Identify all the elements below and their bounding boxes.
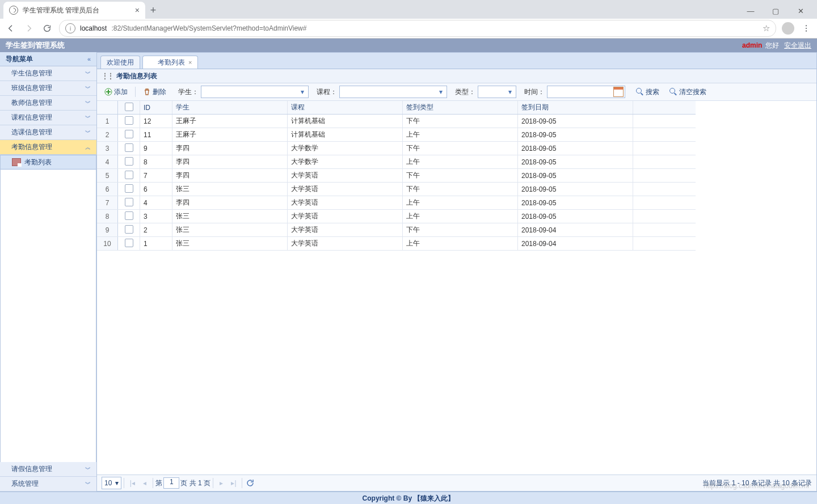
trash-icon — [143, 88, 151, 96]
rownum-cell: 8 — [97, 210, 118, 223]
new-tab-button[interactable]: + — [145, 2, 161, 19]
maximize-button[interactable]: ▢ — [770, 7, 781, 15]
select-all-header[interactable] — [118, 101, 140, 115]
forward-button[interactable] — [23, 22, 35, 35]
course-combo[interactable]: ▾ — [339, 86, 447, 98]
col-date[interactable]: 签到日期 — [518, 101, 633, 115]
checkbox-icon[interactable] — [125, 225, 133, 234]
table-row[interactable]: 101张三大学英语上午2018-09-04 — [97, 237, 696, 251]
table-row[interactable]: 92张三大学英语下午2018-09-04 — [97, 223, 696, 237]
page-input[interactable]: 1 — [163, 477, 179, 489]
table-row[interactable]: 112王麻子计算机基础下午2018-09-05 — [97, 115, 696, 128]
cell-date: 2018-09-04 — [518, 237, 633, 251]
logout-link[interactable]: 安全退出 — [784, 41, 811, 49]
close-tab-icon[interactable]: × — [188, 59, 192, 66]
last-page-button[interactable]: ▸| — [228, 477, 239, 489]
cell-id: 2 — [140, 223, 172, 237]
address-bar[interactable]: i localhost:82/StudentManagerWeb/SystemS… — [59, 20, 776, 37]
col-student[interactable]: 学生 — [172, 101, 288, 115]
sidebar-bottom-item-1[interactable]: 系统管理︾ — [0, 477, 96, 492]
back-button[interactable] — [5, 22, 17, 35]
student-combo[interactable]: ▾ — [201, 86, 309, 98]
browser-menu-button[interactable] — [800, 22, 812, 35]
table-row[interactable]: 57李四大学英语下午2018-09-05 — [97, 169, 696, 183]
search-button[interactable]: 搜索 — [632, 85, 663, 99]
row-checkbox[interactable] — [118, 196, 140, 210]
sidebar-item-4[interactable]: 选课信息管理︾ — [0, 125, 96, 140]
row-checkbox[interactable] — [118, 210, 140, 223]
close-tab-icon[interactable]: × — [135, 6, 140, 15]
tab-attendance[interactable]: 考勤列表 × — [142, 56, 198, 69]
add-button[interactable]: 添加 — [100, 85, 132, 99]
row-checkbox[interactable] — [118, 237, 140, 251]
nav-header-label: 导航菜单 — [6, 54, 33, 64]
checkbox-icon[interactable] — [125, 171, 133, 179]
chevron-down-icon: ︾ — [85, 465, 91, 473]
nav-subitem-attendance-list[interactable]: 考勤列表 — [1, 155, 96, 170]
close-window-button[interactable]: ✕ — [795, 7, 806, 15]
table-row[interactable]: 48李四大学数学上午2018-09-05 — [97, 155, 696, 169]
nav-header: 导航菜单 « — [0, 52, 96, 66]
table-row[interactable]: 211王麻子计算机基础上午2018-09-05 — [97, 128, 696, 142]
rownum-cell: 6 — [97, 183, 118, 196]
sidebar-item-2[interactable]: 教师信息管理︾ — [0, 96, 96, 111]
row-checkbox[interactable] — [118, 223, 140, 237]
row-checkbox[interactable] — [118, 155, 140, 169]
rownum-cell: 9 — [97, 223, 118, 237]
bookmark-icon[interactable]: ☆ — [763, 23, 770, 33]
checkbox-icon[interactable] — [125, 143, 133, 152]
tab-welcome[interactable]: 欢迎使用 — [100, 56, 140, 69]
sidebar-item-1[interactable]: 班级信息管理︾ — [0, 81, 96, 96]
checkbox-icon[interactable] — [125, 130, 133, 138]
row-checkbox[interactable] — [118, 183, 140, 196]
main-area: 欢迎使用 考勤列表 × ⋮⋮ 考勤信息列表 添加 — [97, 52, 817, 492]
checkbox-icon[interactable] — [125, 184, 133, 193]
checkbox-icon[interactable] — [125, 116, 133, 125]
row-checkbox[interactable] — [118, 142, 140, 155]
sidebar-item-5[interactable]: 考勤信息管理︽ — [0, 140, 96, 155]
data-grid[interactable]: ID 学生 课程 签到类型 签到日期 112王麻子计算机基础下午2018-09-… — [97, 101, 816, 475]
col-id[interactable]: ID — [140, 101, 172, 115]
browser-tab[interactable]: 学生管理系统 管理员后台 × — [3, 2, 145, 19]
cell-course: 大学英语 — [288, 183, 403, 196]
row-checkbox[interactable] — [118, 115, 140, 128]
minimize-button[interactable]: — — [746, 7, 756, 15]
sidebar-bottom-item-0[interactable]: 请假信息管理︾ — [0, 462, 96, 477]
prev-page-button[interactable]: ◂ — [139, 477, 150, 489]
delete-button[interactable]: 删除 — [139, 85, 170, 99]
date-input[interactable] — [547, 86, 625, 98]
first-page-button[interactable]: |◂ — [127, 477, 138, 489]
table-row[interactable]: 39李四大学数学下午2018-09-05 — [97, 142, 696, 155]
cell-student: 张三 — [172, 237, 288, 251]
cell-student: 张三 — [172, 210, 288, 223]
pagesize-select[interactable]: 10▾ — [102, 477, 121, 489]
cell-type: 上午 — [403, 237, 518, 251]
refresh-button[interactable] — [245, 477, 256, 489]
chevron-down-icon: ︾ — [85, 70, 91, 78]
next-page-button[interactable]: ▸ — [216, 477, 227, 489]
checkbox-icon[interactable] — [125, 239, 133, 247]
checkbox-icon[interactable] — [125, 103, 133, 111]
collapse-icon[interactable]: « — [87, 56, 91, 62]
checkbox-icon[interactable] — [125, 198, 133, 206]
col-type[interactable]: 签到类型 — [403, 101, 518, 115]
sidebar-item-0[interactable]: 学生信息管理︾ — [0, 66, 96, 81]
checkbox-icon[interactable] — [125, 211, 133, 220]
profile-avatar[interactable] — [782, 22, 794, 35]
col-course[interactable]: 课程 — [288, 101, 403, 115]
table-row[interactable]: 66张三大学英语下午2018-09-05 — [97, 183, 696, 196]
row-checkbox[interactable] — [118, 169, 140, 183]
checkbox-icon[interactable] — [125, 157, 133, 166]
rownum-cell: 10 — [97, 237, 118, 251]
reload-button[interactable] — [41, 22, 53, 35]
site-info-icon[interactable]: i — [65, 23, 75, 33]
clear-search-button[interactable]: 清空搜索 — [666, 85, 710, 99]
type-combo[interactable]: ▾ — [478, 86, 516, 98]
sidebar-item-3[interactable]: 课程信息管理︾ — [0, 111, 96, 125]
nav-subitem-label: 考勤列表 — [24, 158, 52, 167]
table-row[interactable]: 83张三大学英语上午2018-09-05 — [97, 210, 696, 223]
table-row[interactable]: 74李四大学英语上午2018-09-05 — [97, 196, 696, 210]
chevron-down-icon: ︾ — [85, 129, 91, 137]
app-title: 学生签到管理系统 — [6, 40, 65, 50]
row-checkbox[interactable] — [118, 128, 140, 142]
